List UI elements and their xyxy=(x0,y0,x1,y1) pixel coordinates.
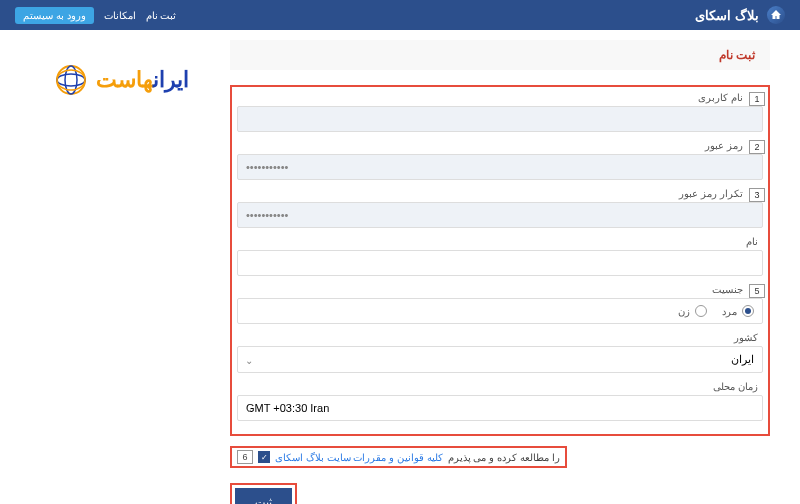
submit-button[interactable]: ثبت xyxy=(235,488,292,504)
country-label: کشور xyxy=(237,332,763,343)
country-select[interactable]: ایران xyxy=(237,346,763,373)
page-title: ثبت نام xyxy=(719,48,755,62)
field-number-badge: 3 xyxy=(749,188,765,202)
signup-form: 1 نام کاربری 2 رمز عبور 3 تکرار رمز عبور… xyxy=(230,85,770,436)
site-logo-icon xyxy=(767,6,785,24)
svg-point-1 xyxy=(57,74,85,86)
name-label: نام xyxy=(237,236,763,247)
username-label: نام کاربری xyxy=(237,92,763,103)
radio-icon xyxy=(742,305,754,317)
gender-male-option[interactable]: مرد xyxy=(722,305,754,317)
timezone-select[interactable]: GMT +03:30 Iran xyxy=(237,395,763,421)
field-number-badge: 1 xyxy=(749,92,765,106)
page-title-bar: ثبت نام xyxy=(230,40,770,70)
gender-female-option[interactable]: زن xyxy=(678,305,707,317)
password-input[interactable] xyxy=(237,154,763,180)
field-number-badge: 2 xyxy=(749,140,765,154)
password-label: رمز عبور xyxy=(237,140,763,151)
submit-highlight: ثبت xyxy=(230,483,297,504)
gender-female-label: زن xyxy=(678,306,690,317)
password-repeat-input[interactable] xyxy=(237,202,763,228)
name-input[interactable] xyxy=(237,250,763,276)
main-form-area: ثبت نام 1 نام کاربری 2 رمز عبور 3 تکرار … xyxy=(230,40,770,504)
radio-icon xyxy=(695,305,707,317)
field-number-badge: 5 xyxy=(749,284,765,298)
timezone-label: زمان محلی xyxy=(237,381,763,392)
username-input[interactable] xyxy=(237,106,763,132)
field-number-badge: 6 xyxy=(237,450,253,464)
globe-icon xyxy=(51,60,91,100)
brand-text: ایرانهاست xyxy=(96,67,189,93)
terms-checkbox[interactable]: ✓ xyxy=(258,451,270,463)
terms-link[interactable]: کلیه قوانین و مقررات سایت بلاگ اسکای xyxy=(275,452,443,463)
nav-features-link[interactable]: امکانات xyxy=(104,10,136,21)
gender-label: جنسیت xyxy=(237,284,763,295)
terms-text-suffix: را مطالعه کرده و می پذیرم xyxy=(448,452,560,463)
gender-radio-group: مرد زن xyxy=(237,298,763,324)
nav-signup-link[interactable]: ثبت نام xyxy=(146,10,177,21)
site-title: بلاگ اسکای xyxy=(695,8,759,23)
login-button[interactable]: ورود به سیستم xyxy=(15,7,94,24)
brand-panel: ایرانهاست xyxy=(30,40,210,504)
terms-row: را مطالعه کرده و می پذیرم کلیه قوانین و … xyxy=(230,446,567,468)
gender-male-label: مرد xyxy=(722,306,737,317)
svg-point-3 xyxy=(57,70,85,90)
password-repeat-label: تکرار رمز عبور xyxy=(237,188,763,199)
app-header: بلاگ اسکای ثبت نام امکانات ورود به سیستم xyxy=(0,0,800,30)
